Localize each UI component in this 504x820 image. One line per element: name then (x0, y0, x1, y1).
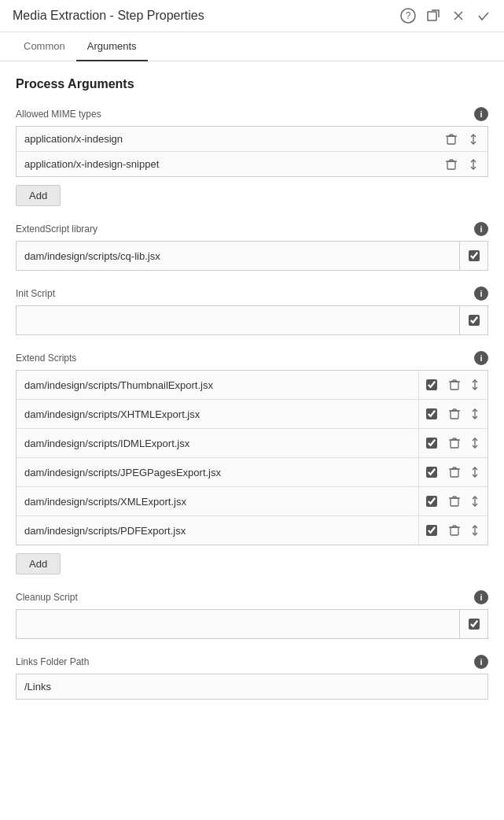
extendscript-input[interactable] (17, 244, 459, 268)
init-script-input[interactable] (17, 308, 459, 333)
mime-actions-1 (437, 155, 487, 174)
script-sort-5[interactable] (465, 521, 484, 540)
links-folder-info-icon[interactable]: i (474, 655, 488, 669)
content-area: Process Arguments Allowed MIME types i (0, 61, 504, 820)
mime-row-0 (17, 127, 487, 152)
svg-rect-17 (451, 382, 458, 390)
script-sort-3[interactable] (465, 463, 484, 482)
confirm-icon[interactable] (476, 8, 491, 24)
dialog: Media Extraction - Step Properties ? (0, 0, 504, 820)
script-checkbox-cell-3 (418, 458, 443, 486)
extend-scripts-info-icon[interactable]: i (474, 351, 488, 365)
extend-scripts-label-row: Extend Scripts i (16, 351, 488, 365)
script-input-5[interactable] (17, 519, 415, 543)
script-delete-5[interactable] (445, 521, 464, 540)
mime-sort-1[interactable] (464, 155, 483, 174)
extendscript-label: ExtendScript library (16, 223, 97, 235)
script-checkbox-2[interactable] (426, 438, 437, 449)
script-input-3[interactable] (17, 460, 415, 485)
script-list (16, 370, 488, 545)
script-checkbox-cell-2 (418, 429, 443, 457)
links-folder-label-row: Links Folder Path i (16, 655, 488, 669)
mime-input-1[interactable] (17, 152, 437, 176)
script-delete-4[interactable] (445, 492, 464, 511)
extendscript-info-icon[interactable]: i (474, 222, 488, 236)
init-script-label: Init Script (16, 288, 55, 299)
script-checkbox-1[interactable] (426, 408, 437, 419)
svg-rect-47 (451, 527, 458, 535)
script-input-4[interactable] (17, 489, 415, 514)
script-input-0[interactable] (17, 373, 415, 397)
tab-bar: Common Arguments (0, 32, 504, 61)
links-folder-input[interactable] (17, 674, 487, 699)
script-sort-0[interactable] (465, 375, 484, 394)
allowed-mime-info-icon[interactable]: i (474, 107, 488, 121)
dialog-title: Media Extraction - Step Properties (13, 9, 204, 23)
init-script-label-row: Init Script i (16, 286, 488, 301)
mime-sort-0[interactable] (464, 130, 483, 149)
extend-scripts-label: Extend Scripts (16, 353, 76, 364)
links-folder-label: Links Folder Path (16, 656, 89, 667)
tab-common[interactable]: Common (13, 32, 76, 61)
mime-delete-1[interactable] (442, 155, 461, 174)
script-actions-0 (415, 371, 487, 399)
script-input-2[interactable] (17, 431, 415, 456)
script-actions-4 (415, 487, 487, 515)
extendscript-checkbox-cell (459, 242, 487, 270)
titlebar: Media Extraction - Step Properties ? (0, 0, 504, 32)
cleanup-script-label: Cleanup Script (16, 592, 78, 603)
script-checkbox-3[interactable] (426, 467, 437, 478)
script-delete-1[interactable] (445, 404, 464, 423)
script-row-3 (17, 458, 487, 487)
cleanup-script-checkbox-cell (459, 610, 487, 638)
mime-add-button[interactable]: Add (16, 185, 61, 206)
close-icon[interactable] (451, 8, 466, 24)
titlebar-actions: ? (400, 8, 491, 24)
links-folder-input-row (16, 674, 488, 700)
script-actions-2 (415, 429, 487, 457)
mime-row-1 (17, 152, 487, 176)
extendscript-input-row (16, 241, 488, 271)
section-title: Process Arguments (16, 77, 488, 91)
script-sort-4[interactable] (465, 492, 484, 511)
tab-arguments[interactable]: Arguments (76, 32, 148, 61)
svg-rect-5 (447, 136, 455, 144)
script-actions-5 (415, 516, 487, 545)
mime-input-0[interactable] (17, 127, 437, 151)
script-delete-2[interactable] (445, 434, 464, 452)
allowed-mime-label-row: Allowed MIME types i (16, 107, 488, 121)
allowed-mime-group: Allowed MIME types i (16, 107, 488, 206)
cleanup-script-input-row (16, 609, 488, 639)
script-delete-3[interactable] (445, 463, 464, 482)
expand-icon[interactable] (425, 8, 441, 24)
extendscript-library-group: ExtendScript library i (16, 222, 488, 271)
script-input-1[interactable] (17, 402, 415, 427)
script-sort-2[interactable] (465, 434, 484, 452)
script-checkbox-cell-0 (418, 371, 443, 399)
init-script-info-icon[interactable]: i (474, 286, 488, 301)
script-checkbox-5[interactable] (426, 525, 437, 536)
cleanup-script-checkbox[interactable] (469, 619, 480, 630)
extendscript-checkbox[interactable] (469, 250, 480, 261)
script-checkbox-4[interactable] (426, 496, 437, 507)
script-sort-1[interactable] (465, 404, 484, 423)
cleanup-script-label-row: Cleanup Script i (16, 590, 488, 604)
script-row-1 (17, 400, 487, 429)
init-script-input-row (16, 305, 488, 335)
cleanup-script-input[interactable] (17, 612, 459, 637)
svg-rect-11 (447, 161, 455, 169)
help-icon[interactable]: ? (400, 8, 416, 24)
mime-actions-0 (437, 130, 487, 149)
script-row-0 (17, 371, 487, 400)
script-add-button[interactable]: Add (16, 553, 61, 574)
mime-list (16, 126, 488, 177)
init-script-checkbox[interactable] (469, 315, 480, 326)
script-row-4 (17, 487, 487, 516)
script-row-2 (17, 429, 487, 458)
cleanup-script-info-icon[interactable]: i (474, 590, 488, 604)
init-script-group: Init Script i (16, 286, 488, 335)
mime-delete-0[interactable] (442, 130, 461, 149)
script-delete-0[interactable] (445, 375, 464, 394)
script-checkbox-0[interactable] (426, 379, 437, 390)
svg-rect-2 (428, 12, 436, 20)
